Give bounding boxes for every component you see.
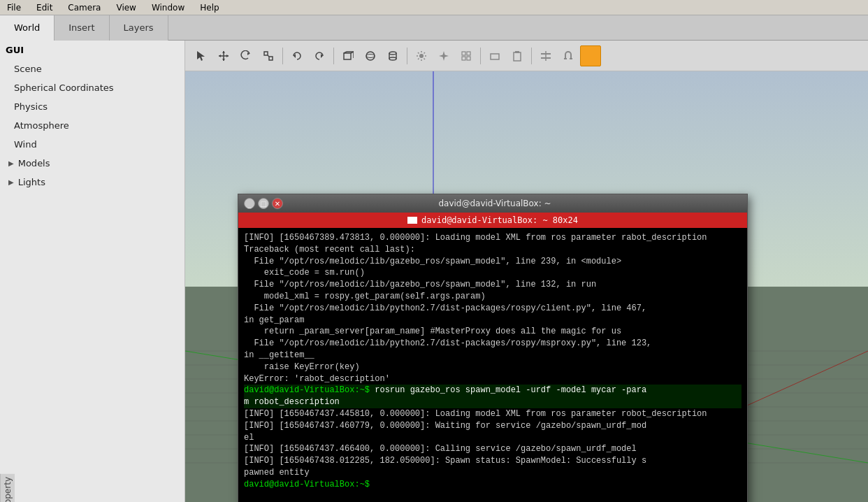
select-tool-button[interactable] xyxy=(191,45,212,66)
tab-layers[interactable]: Layers xyxy=(110,15,168,41)
terminal-close-button[interactable]: ✕ xyxy=(272,198,283,209)
sep3 xyxy=(407,48,407,64)
sidebar-item-scene[interactable]: Scene xyxy=(0,59,185,78)
chevron-right-icon: ▶ xyxy=(8,178,14,186)
term-line-14: [INFO] [1650467437.445810, 0.000000]: Lo… xyxy=(244,408,742,420)
sidebar-content: GUI Scene Spherical Coordinates Physics … xyxy=(0,41,185,474)
menu-edit[interactable]: Edit xyxy=(32,1,57,14)
svg-marker-3 xyxy=(222,51,225,53)
sidebar-item-wind-label: Wind xyxy=(14,139,37,150)
sidebar-item-spherical[interactable]: Spherical Coordinates xyxy=(0,78,185,97)
svg-marker-6 xyxy=(226,55,229,57)
sidebar-item-physics[interactable]: Physics xyxy=(0,97,185,116)
cylinder-button[interactable] xyxy=(382,45,403,66)
term-line-10: in __getitem__ xyxy=(244,350,742,361)
magnet-button[interactable] xyxy=(558,45,579,66)
menu-view[interactable]: View xyxy=(112,1,140,14)
terminal-window: _ □ ✕ david@david-VirtualBox: ~ david@da… xyxy=(238,194,748,502)
clipboard-button[interactable] xyxy=(507,45,528,66)
sidebar-item-scene-label: Scene xyxy=(14,64,42,74)
svg-rect-40 xyxy=(515,51,519,53)
term-line-3: exit_code = sm.run() xyxy=(244,267,742,279)
sun-button[interactable] xyxy=(411,45,432,66)
svg-rect-8 xyxy=(264,52,268,55)
term-line-5: model_xml = rospy.get_param(self.args.pa… xyxy=(244,291,742,303)
term-line-12: KeyError: 'rabot_description' xyxy=(244,373,742,385)
scale-tool-button[interactable] xyxy=(258,45,279,66)
svg-point-20 xyxy=(389,52,396,55)
sidebar-item-atmosphere[interactable]: Atmosphere xyxy=(0,116,185,135)
term-line-4: File "/opt/ros/melodic/lib/gazebo_ros/sp… xyxy=(244,279,742,291)
align-button[interactable] xyxy=(535,45,556,66)
svg-rect-34 xyxy=(462,52,465,55)
term-line-17: [INFO] [1650467438.012285, 182.050000]: … xyxy=(244,455,742,479)
viewport: _ □ ✕ david@david-VirtualBox: ~ david@da… xyxy=(185,71,868,502)
term-line-16: [INFO] [1650467437.466400, 0.000000]: Ca… xyxy=(244,443,742,455)
term-line-9: File "/opt/ros/melodic/lib/python2.7/dis… xyxy=(244,338,742,350)
term-line-1: Traceback (most recent call last): xyxy=(244,244,742,256)
svg-point-23 xyxy=(389,57,396,60)
plane-button[interactable] xyxy=(484,45,505,66)
grid-button[interactable] xyxy=(456,45,477,66)
terminal-subtitlebar: david@david-VirtualBox: ~ 80x24 xyxy=(238,213,747,228)
svg-marker-4 xyxy=(222,59,225,61)
term-line-11: raise KeyError(key) xyxy=(244,361,742,373)
svg-line-32 xyxy=(418,58,419,59)
svg-rect-35 xyxy=(467,52,470,55)
term-line-13: david@david-VirtualBox:~$ rosrun gazebo_… xyxy=(244,385,742,408)
sep1 xyxy=(282,48,283,64)
terminal-window-controls: _ □ ✕ xyxy=(243,198,283,209)
translate-tool-button[interactable] xyxy=(213,45,234,66)
menu-file[interactable]: File xyxy=(3,1,25,14)
menu-help[interactable]: Help xyxy=(196,1,223,14)
sphere-button[interactable] xyxy=(360,45,381,66)
undo-button[interactable] xyxy=(287,45,308,66)
svg-point-24 xyxy=(419,54,424,58)
sidebar: GUI Scene Spherical Coordinates Physics … xyxy=(0,41,185,502)
svg-line-29 xyxy=(418,52,419,54)
tab-bar: World Insert Layers xyxy=(0,15,868,41)
svg-rect-36 xyxy=(462,57,465,60)
sidebar-item-models-label: Models xyxy=(18,158,50,168)
sparkle-button[interactable] xyxy=(433,45,454,66)
svg-rect-39 xyxy=(514,52,521,61)
svg-rect-46 xyxy=(586,52,595,60)
svg-marker-5 xyxy=(219,55,221,57)
property-panel-label[interactable]: Property xyxy=(0,474,15,502)
svg-line-10 xyxy=(268,55,269,57)
rotate-tool-button[interactable] xyxy=(236,45,256,66)
term-line-0: [INFO] [1650467389.473813, 0.000000]: Lo… xyxy=(244,232,742,244)
tab-world[interactable]: World xyxy=(0,15,55,41)
terminal-minimize-button[interactable]: _ xyxy=(244,198,255,209)
term-line-2: File "/opt/ros/melodic/lib/gazebo_ros/sp… xyxy=(244,256,742,268)
box-button[interactable] xyxy=(338,45,359,66)
terminal-tab-icon xyxy=(407,217,417,224)
term-line-8: return _param_server[param_name] #Master… xyxy=(244,326,742,338)
redo-button[interactable] xyxy=(309,45,330,66)
sidebar-item-lights-label: Lights xyxy=(18,177,45,187)
terminal-body[interactable]: [INFO] [1650467389.473813, 0.000000]: Lo… xyxy=(238,228,747,502)
sidebar-item-physics-label: Physics xyxy=(14,101,48,112)
svg-point-18 xyxy=(366,52,375,60)
tab-insert[interactable]: Insert xyxy=(55,15,109,41)
term-line-15: [INFO] [1650467437.460779, 0.000000]: Wa… xyxy=(244,420,742,444)
chevron-right-icon: ▶ xyxy=(8,159,14,167)
sidebar-item-gui[interactable]: GUI xyxy=(0,41,185,59)
svg-line-31 xyxy=(424,52,426,54)
menu-camera[interactable]: Camera xyxy=(64,1,105,14)
menu-window[interactable]: Window xyxy=(147,1,189,14)
sidebar-item-lights[interactable]: ▶ Lights xyxy=(0,173,185,192)
terminal-maximize-button[interactable]: □ xyxy=(258,198,269,209)
svg-rect-9 xyxy=(269,57,273,60)
term-line-7: in get_param xyxy=(244,315,742,327)
sidebar-item-models[interactable]: ▶ Models xyxy=(0,154,185,173)
terminal-title: david@david-VirtualBox: ~ xyxy=(283,199,707,208)
orange-block-button[interactable] xyxy=(580,45,601,66)
terminal-titlebar: _ □ ✕ david@david-VirtualBox: ~ xyxy=(238,194,747,213)
main-area: GUI Scene Spherical Coordinates Physics … xyxy=(0,41,868,502)
sep4 xyxy=(480,48,481,64)
sidebar-item-spherical-label: Spherical Coordinates xyxy=(14,83,114,93)
svg-point-19 xyxy=(366,54,375,57)
terminal-subtitle: david@david-VirtualBox: ~ 80x24 xyxy=(421,215,578,225)
sidebar-item-wind[interactable]: Wind xyxy=(0,135,185,154)
